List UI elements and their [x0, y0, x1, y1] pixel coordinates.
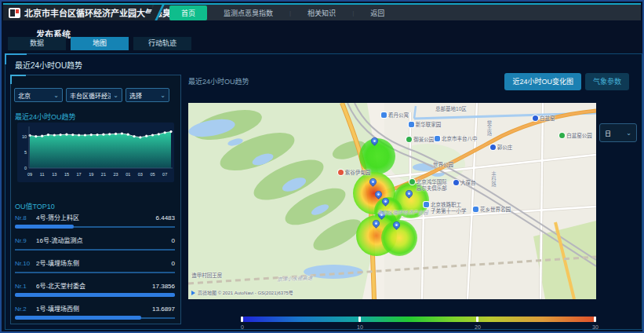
map-label-text: 白盆窑	[540, 115, 555, 122]
panel-title: 最近24小时OU趋势	[15, 59, 82, 71]
nav-tab-4[interactable]: 返回	[364, 5, 391, 20]
map-label: 新华联家园	[409, 122, 442, 128]
filter-select-2[interactable]: 丰台区循环经济产⌄	[66, 88, 122, 102]
colorbar-labels: 0102030	[242, 324, 595, 332]
map-label-text: 北京铁路职工	[431, 202, 467, 208]
ranking-row: Nr.84号-筛分上料区6.4483	[15, 213, 175, 229]
ranking-value: 6.4483	[156, 214, 175, 221]
ranking-row: Nr.916号-流动监测点0	[15, 236, 175, 252]
map-label-text: 花乡世界名园	[480, 207, 511, 213]
nav-tab-2[interactable]: 监测点恶臭指数	[217, 5, 279, 20]
ranking-bar-track	[15, 272, 175, 273]
ranking-list: Nr.84号-筛分上料区6.4483Nr.916号-流动监测点0Nr.102号-…	[15, 213, 175, 327]
app-logo-icon	[9, 8, 20, 18]
map-label: 白盆窑	[533, 115, 555, 122]
time-range-select[interactable]: 日 ⌄	[599, 123, 637, 142]
map-label-text: 世界公园	[433, 162, 453, 168]
blue-poi-icon	[424, 202, 429, 207]
map-labels: 看丹公寓总部基地10区新华联家园御景公园北京市丰台八中郭公庄白盆窑白盆窑公园紫谷…	[188, 103, 596, 299]
ranking-row: Nr.16号-北天堂村委会17.3856	[15, 281, 175, 298]
svg-text:03: 03	[138, 172, 143, 177]
svg-text:10: 10	[22, 134, 27, 139]
chevron-down-icon: ⌄	[160, 92, 166, 99]
map-label-text: 御景公园	[413, 137, 434, 143]
map-label-text: 丰科路	[490, 171, 497, 187]
map-label-text: 北京市丰台八中	[442, 136, 478, 142]
map-label-text: 紫谷伊甸园	[345, 170, 371, 176]
time-range-value: 日	[605, 129, 611, 137]
filter-select-1[interactable]: 北京⌄	[14, 88, 63, 102]
blue-poi-icon	[473, 207, 478, 212]
blue-poi-icon	[409, 122, 414, 127]
nav-tab-3[interactable]: 相关知识	[301, 5, 342, 20]
map-label: 御景公园	[406, 137, 434, 143]
colorbar-tick	[594, 317, 596, 322]
filter-select-3[interactable]: 选择⌄	[126, 88, 169, 102]
map-label: 紫谷伊甸园	[338, 170, 371, 176]
publish-tab-2[interactable]: 地图	[71, 37, 129, 50]
ranking-name: 2号-填埋场东侧	[36, 258, 172, 267]
map-label: 看丹公寓	[381, 112, 409, 119]
svg-text:11: 11	[40, 172, 45, 177]
map-label-text: 总部基地10区	[435, 106, 467, 112]
map-label: 总部基地10区	[435, 106, 467, 112]
map-label: 北京鸿华国际高尔夫俱乐部	[409, 179, 447, 192]
chart-label: 最近24小时OU趋势	[15, 112, 76, 122]
svg-text:05: 05	[150, 172, 155, 177]
map-label: 大葆台	[453, 180, 476, 186]
colorbar-tick	[358, 317, 361, 322]
map-label: 丰台区循环经济产业园	[377, 210, 428, 216]
nav-tab-1[interactable]: 首页	[169, 5, 207, 20]
svg-text:07: 07	[162, 172, 167, 177]
park-poi-icon	[559, 133, 565, 138]
ranking-name: 1号-填埋场西侧	[36, 304, 152, 313]
colorbar-tick-label: 20	[475, 324, 481, 330]
map-attribution: 高德地图 © 2021 AutoNavi - GS(2021)6375号	[191, 289, 293, 296]
ranking-rank: Nr.9	[15, 237, 31, 244]
colorbar-tick-label: 30	[592, 324, 599, 330]
ranking-rank: Nr.1	[15, 283, 31, 290]
svg-text:23: 23	[114, 172, 118, 177]
blue-poi-icon	[435, 136, 440, 141]
map-canvas[interactable]: 看丹公寓总部基地10区新华联家园御景公园北京市丰台八中郭公庄白盆窑白盆窑公园紫谷…	[188, 103, 596, 299]
map-label-text: 新华联家园	[416, 122, 442, 128]
map-label: 樊羊路	[486, 120, 492, 136]
svg-text:19: 19	[89, 172, 93, 177]
app-frame: 北京市丰台区循环经济产业园大气恶臭状况实时 首页监测点恶臭指数|相关知识|返回 …	[0, 0, 644, 333]
ranking-rank: Nr.10	[15, 260, 31, 267]
sidebar-card: 北京⌄丰台区循环经济产⌄选择⌄ 最近24小时OU趋势 0510091113151…	[10, 75, 181, 324]
map-label-text: 大葆台	[460, 180, 476, 186]
map-subtitle: 最近24小时OU趋势	[188, 76, 249, 86]
map-label-text: 看丹公寓	[388, 112, 409, 119]
colorbar-legend: 0102030	[242, 317, 595, 332]
nav-separator: |	[289, 9, 291, 16]
map-button-1[interactable]: 近24小时OU变化图	[504, 73, 581, 90]
ranking-name: 6号-北天堂村委会	[36, 281, 152, 290]
map-label: 世界公园	[433, 162, 453, 168]
ranking-row: Nr.21号-填埋场西侧13.6897	[15, 304, 175, 320]
ranking-bar-fill	[15, 225, 74, 229]
map-label-text: 郭公庄	[497, 145, 513, 151]
trend-chart: 0510091113151719212301030507	[17, 123, 174, 182]
ranking-name: 4号-筛分上料区	[36, 213, 156, 221]
park-poi-icon	[409, 179, 415, 185]
ranking-rank: Nr.2	[15, 306, 31, 313]
colorbar-tick-label: 0	[241, 324, 244, 330]
svg-text:5: 5	[24, 150, 27, 155]
ranking-bar-fill	[15, 293, 175, 297]
colorbar-tick	[241, 317, 243, 322]
publish-tab-3[interactable]: 行动轨迹	[133, 37, 191, 50]
map-button-2[interactable]: 气象参数	[585, 73, 629, 90]
map-label-text: 丰台区循环经济产业园	[377, 210, 428, 216]
publish-tabs: 数据地图行动轨迹	[8, 37, 191, 50]
map-label-text: 子弟第十一小学	[431, 208, 467, 214]
brand-block: 北京市丰台区循环经济产业园大气恶臭状况实时	[3, 5, 152, 20]
ranking-value: 17.3856	[152, 283, 175, 290]
publish-tab-1[interactable]: 数据	[8, 37, 66, 50]
filter-row: 北京⌄丰台区循环经济产⌄选择⌄	[14, 88, 169, 102]
colorbar-tick	[476, 317, 478, 322]
svg-text:01: 01	[126, 172, 130, 177]
map-label-text: 白盆窑公园	[566, 133, 592, 139]
amap-logo-icon	[191, 291, 195, 295]
filter-value: 选择	[129, 91, 142, 100]
